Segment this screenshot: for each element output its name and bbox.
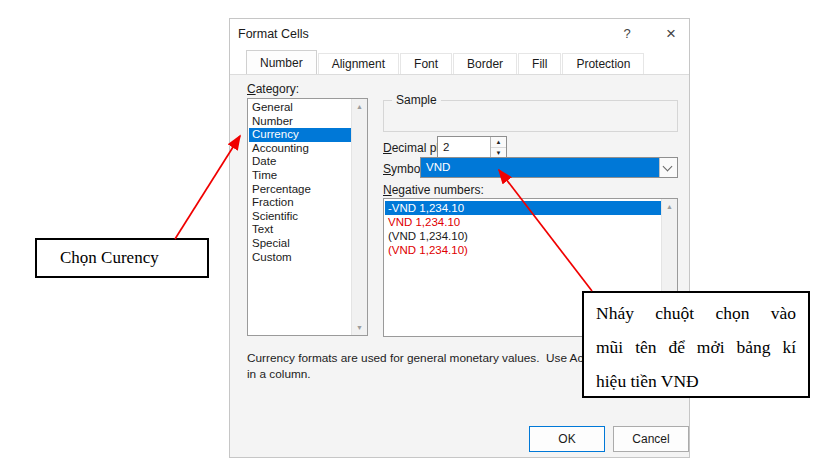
help-icon: ? — [623, 26, 630, 41]
category-item-scientific[interactable]: Scientific — [249, 210, 351, 224]
category-item-text[interactable]: Text — [249, 223, 351, 237]
scroll-down-icon: ▼ — [356, 324, 363, 331]
decimal-places-value[interactable]: 2 — [438, 137, 490, 157]
annotation-note-line: hiệu tiền VNĐ — [596, 364, 796, 398]
category-item-fraction[interactable]: Fraction — [249, 196, 351, 210]
decimal-places-input[interactable]: 2 ▲ ▼ — [437, 136, 507, 158]
sample-label: Sample — [392, 93, 441, 107]
category-scrollbar[interactable]: ▲ ▼ — [351, 99, 367, 335]
spin-up-button[interactable]: ▲ — [491, 137, 506, 148]
category-item-number[interactable]: Number — [249, 115, 351, 129]
tab-protection[interactable]: Protection — [562, 53, 644, 74]
spin-up-icon: ▲ — [496, 139, 502, 145]
symbol-combobox[interactable]: VND — [420, 157, 678, 178]
decimal-places-spinner: ▲ ▼ — [490, 137, 506, 157]
category-items: GeneralNumberCurrencyAccountingDateTimeP… — [249, 101, 351, 264]
negative-numbers-label: Negative numbers: — [383, 183, 484, 197]
category-item-accounting[interactable]: Accounting — [249, 142, 351, 156]
annotation-note-line: mũi tên để mởi bảng kí — [596, 330, 796, 364]
annotation-arrow-note: Nháy chuột chọn vàomũi tên để mởi bảng k… — [582, 291, 810, 398]
negative-format-option[interactable]: -VND 1,234.10 — [385, 201, 661, 215]
symbol-selected-value[interactable]: VND — [421, 158, 659, 177]
scroll-up-button[interactable]: ▲ — [352, 99, 367, 114]
sample-groupbox: Sample — [383, 100, 678, 132]
tab-border[interactable]: Border — [453, 53, 517, 74]
negative-format-option[interactable]: (VND 1,234.10) — [385, 243, 661, 257]
chevron-down-icon — [663, 162, 673, 172]
dialog-title: Format Cells — [238, 27, 309, 41]
cancel-button[interactable]: Cancel — [613, 426, 689, 452]
negative-numbers-items: -VND 1,234.10VND 1,234.10(VND 1,234.10)(… — [385, 201, 661, 257]
close-icon: × — [666, 24, 676, 43]
category-item-percentage[interactable]: Percentage — [249, 183, 351, 197]
category-list[interactable]: GeneralNumberCurrencyAccountingDateTimeP… — [247, 98, 368, 336]
category-item-custom[interactable]: Custom — [249, 251, 351, 265]
negative-format-option[interactable]: (VND 1,234.10) — [385, 229, 661, 243]
scroll-up-icon: ▲ — [356, 103, 363, 110]
scroll-down-button[interactable]: ▼ — [352, 320, 367, 335]
negative-format-option[interactable]: VND 1,234.10 — [385, 215, 661, 229]
tab-fill[interactable]: Fill — [518, 53, 561, 74]
symbol-dropdown-button[interactable] — [659, 158, 677, 177]
scroll-up-button[interactable]: ▲ — [662, 199, 677, 214]
category-label: Category: — [247, 82, 299, 96]
scroll-up-icon: ▲ — [666, 203, 673, 210]
category-item-general[interactable]: General — [249, 101, 351, 115]
number-tab-page: Category: GeneralNumberCurrencyAccountin… — [230, 74, 689, 457]
category-item-date[interactable]: Date — [249, 155, 351, 169]
help-button[interactable]: ? — [611, 19, 643, 49]
category-item-currency[interactable]: Currency — [249, 128, 351, 142]
spin-down-icon: ▼ — [496, 150, 502, 156]
category-item-time[interactable]: Time — [249, 169, 351, 183]
close-button[interactable]: × — [653, 19, 689, 49]
page: { "window": { "title": "Format Cells" },… — [0, 0, 831, 466]
tab-number[interactable]: Number — [246, 50, 317, 74]
ok-button[interactable]: OK — [529, 426, 605, 452]
annotation-select-currency: Chọn Curency — [35, 238, 209, 278]
annotation-note-line: Nháy chuột chọn vào — [596, 296, 796, 330]
tab-strip: NumberAlignmentFontBorderFillProtection — [246, 51, 645, 74]
dialog-titlebar: Format Cells ? × — [230, 19, 689, 51]
category-item-special[interactable]: Special — [249, 237, 351, 251]
tab-font[interactable]: Font — [400, 53, 452, 74]
tab-alignment[interactable]: Alignment — [318, 53, 399, 74]
